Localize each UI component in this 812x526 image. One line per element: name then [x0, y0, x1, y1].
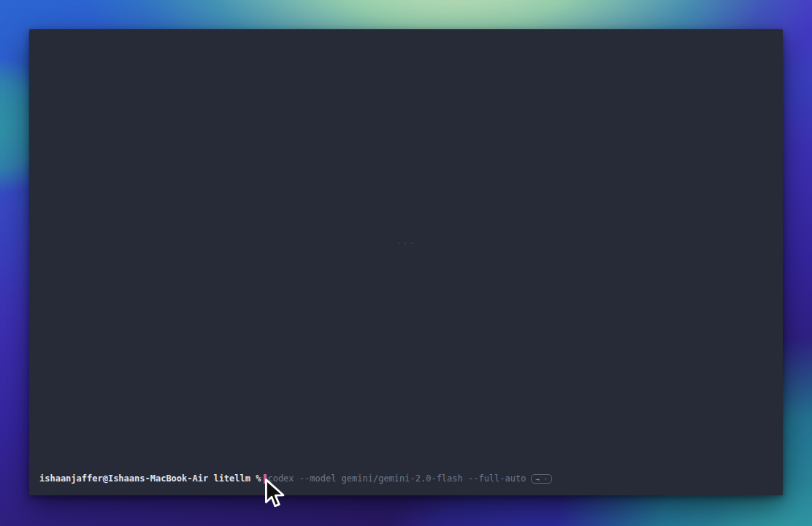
terminal-output-area: ... — [29, 29, 783, 475]
autosuggestion-text: codex --model gemini/gemini-2.0-flash --… — [267, 473, 526, 484]
loading-ellipsis: ... — [29, 237, 783, 246]
shell-prompt: ishaanjaffer@Ishaans-MacBook-Air litellm… — [39, 473, 261, 484]
accept-suggestion-hint-icon: → · — [531, 474, 551, 484]
terminal-prompt-line[interactable]: ishaanjaffer@Ishaans-MacBook-Air litellm… — [39, 473, 773, 484]
text-cursor — [264, 474, 267, 484]
terminal-window[interactable]: ... ishaanjaffer@Ishaans-MacBook-Air lit… — [29, 29, 783, 495]
desktop-wallpaper: ... ishaanjaffer@Ishaans-MacBook-Air lit… — [0, 0, 812, 526]
